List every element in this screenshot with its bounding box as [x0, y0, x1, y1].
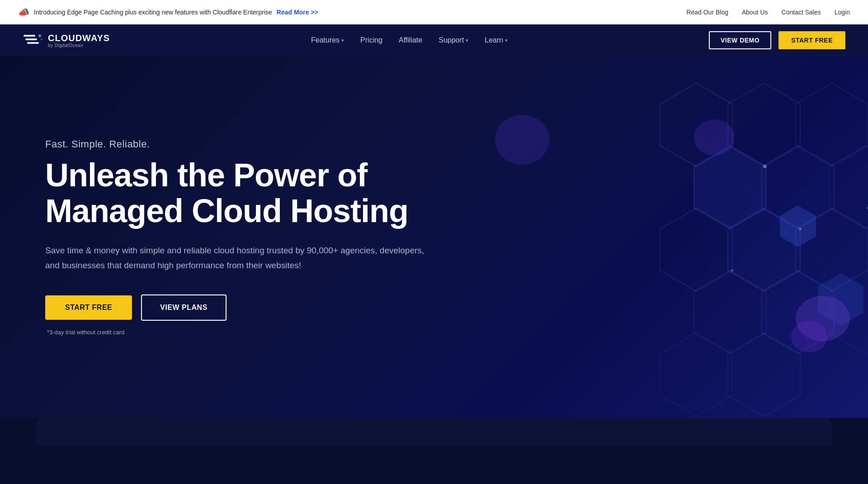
read-blog-link[interactable]: Read Our Blog — [686, 9, 728, 16]
start-free-hero-button[interactable]: START FREE — [45, 295, 132, 320]
svg-point-23 — [799, 228, 802, 230]
hero-headline: Unleash the Power ofManaged Cloud Hostin… — [45, 157, 434, 229]
logo-icon — [23, 30, 42, 50]
view-plans-button[interactable]: VIEW PLANS — [141, 294, 226, 321]
read-more-link[interactable]: Read More >> — [277, 9, 318, 16]
announcement-text: Introducing Edge Page Caching plus excit… — [34, 9, 272, 16]
nav-item-support[interactable]: Support ▾ — [439, 36, 468, 44]
brand-sub: by DigitalOcean — [48, 43, 110, 48]
nav-actions: VIEW DEMO START FREE — [709, 31, 845, 49]
svg-point-3 — [38, 34, 41, 37]
hero-content: Fast. Simple. Reliable. Unleash the Powe… — [45, 138, 434, 336]
nav-item-learn[interactable]: Learn ▾ — [485, 36, 508, 44]
svg-marker-17 — [660, 333, 732, 416]
hero-description: Save time & money with simple and reliab… — [45, 243, 434, 273]
announcement-bar: 📣 Introducing Edge Page Caching plus exc… — [18, 7, 318, 18]
bottom-card-hint — [36, 418, 832, 445]
chevron-down-icon: ▾ — [466, 38, 468, 43]
svg-rect-0 — [24, 35, 35, 37]
logo[interactable]: CLOUDWAYS by DigitalOcean — [23, 30, 110, 50]
login-link[interactable]: Login — [835, 9, 850, 16]
hero-section: Fast. Simple. Reliable. Unleash the Powe… — [0, 56, 868, 418]
top-bar-links: Read Our Blog About Us Contact Sales Log… — [686, 9, 850, 16]
nav-links: Features ▾ Pricing Affiliate Support ▾ L… — [311, 36, 508, 44]
logo-text: CLOUDWAYS by DigitalOcean — [48, 33, 110, 48]
main-nav: CLOUDWAYS by DigitalOcean Features ▾ Pri… — [0, 24, 868, 56]
svg-rect-2 — [27, 42, 39, 44]
nav-item-pricing[interactable]: Pricing — [360, 36, 382, 44]
svg-point-22 — [763, 165, 767, 168]
brand-name: CLOUDWAYS — [48, 33, 110, 43]
about-us-link[interactable]: About Us — [742, 9, 768, 16]
top-bar: 📣 Introducing Edge Page Caching plus exc… — [0, 0, 868, 24]
hero-tagline: Fast. Simple. Reliable. — [45, 138, 434, 150]
megaphone-icon: 📣 — [18, 7, 29, 18]
svg-point-32 — [495, 115, 549, 165]
nav-item-affiliate[interactable]: Affiliate — [399, 36, 422, 44]
view-demo-button[interactable]: VIEW DEMO — [709, 31, 771, 49]
hero-buttons: START FREE VIEW PLANS — [45, 294, 434, 321]
svg-point-30 — [791, 321, 827, 352]
chevron-down-icon: ▾ — [505, 38, 508, 43]
svg-point-24 — [731, 269, 734, 272]
nav-item-features[interactable]: Features ▾ — [311, 36, 344, 44]
start-free-nav-button[interactable]: START FREE — [778, 31, 845, 49]
trial-note: *3-day trial without credit card — [47, 329, 434, 336]
svg-rect-1 — [25, 38, 37, 40]
hero-background-pattern — [470, 56, 868, 418]
svg-point-4 — [41, 38, 42, 40]
contact-sales-link[interactable]: Contact Sales — [782, 9, 821, 16]
svg-point-31 — [694, 119, 735, 156]
svg-marker-10 — [830, 146, 868, 229]
chevron-down-icon: ▾ — [341, 38, 344, 43]
